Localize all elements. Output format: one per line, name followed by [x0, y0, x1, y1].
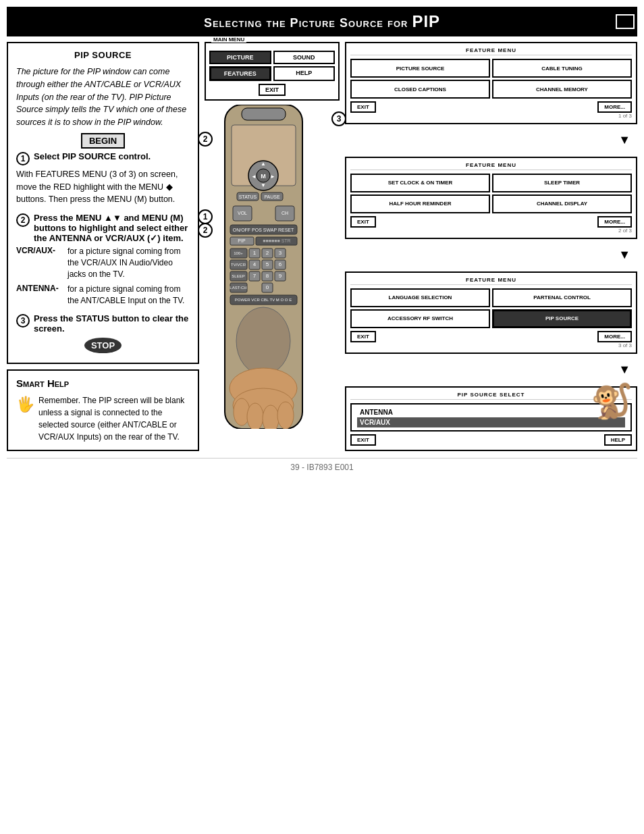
fm2-page-indicator: 2 of 3 — [350, 228, 632, 234]
smart-help-title: Smart Help — [16, 377, 190, 389]
main-content: PIP SOURCE The picture for the PIP windo… — [7, 42, 637, 451]
smart-help-box: Smart Help 🖐 Remember. The PIP screen wi… — [7, 369, 199, 451]
corner-decoration — [616, 14, 635, 29]
fm1-more-btn[interactable]: MORE... — [597, 101, 632, 113]
fm3-btn-parental[interactable]: PARTENAL CONTROL — [492, 288, 632, 307]
step-1-label: Select PIP SOURCE control. — [34, 151, 151, 161]
remote-svg: M ▲ ▼ ◄ ► STATUS PAUSE VOL — [205, 105, 323, 429]
feature-menu-1-title: FEATURE MENU — [350, 47, 632, 55]
fm1-exit-btn[interactable]: EXIT — [350, 101, 376, 113]
svg-point-54 — [236, 307, 290, 375]
step-3-circle: 3 — [16, 314, 30, 328]
fm3-exit-btn[interactable]: EXIT — [350, 331, 376, 342]
menus-column: FEATURE MENU PICTURE SOURCE CABLE TUNING… — [345, 42, 637, 451]
fm1-btn-closed-captions[interactable]: CLOSED CAPTIONS — [350, 80, 490, 99]
fm2-btn-sleep-timer[interactable]: SLEEP TIMER — [492, 174, 632, 192]
section-title: PIP SOURCE — [16, 50, 190, 60]
step-3-label: Press the STATUS button to clear the scr… — [34, 313, 190, 334]
step-1-body: With FEATURES MENU (3 of 3) on screen, m… — [16, 168, 190, 206]
feature-menu-2-title: FEATURE MENU — [350, 162, 632, 170]
svg-text:POWER  VCR  CBL  TV    M O O E: POWER VCR CBL TV M O O E — [235, 298, 292, 302]
feature-menu-3-title: FEATURE MENU — [350, 277, 632, 285]
source-select-box: ANTENNA VCR/AUX — [350, 403, 632, 432]
fm1-btn-cable-tuning[interactable]: CABLE TUNING — [492, 59, 632, 78]
fm2-btn-half-hour[interactable]: HALF HOUR REMINDER — [350, 194, 490, 213]
svg-text:CH: CH — [281, 211, 288, 215]
svg-text:■■■■■■ STR: ■■■■■■ STR — [263, 238, 290, 243]
feature-menu-2-grid: SET CLOCK & ON TIMER SLEEP TIMER HALF HO… — [350, 174, 632, 213]
help-icon: 🖐 — [16, 393, 34, 443]
svg-point-59 — [263, 405, 279, 429]
stop-button-area: STOP — [16, 340, 190, 350]
term-antenna-label: ANTENNA- — [16, 284, 62, 307]
source-item-antenna[interactable]: ANTENNA — [357, 407, 625, 417]
stop-label: STOP — [84, 338, 122, 353]
begin-label: BEGIN — [81, 133, 125, 149]
fm3-btn-rf-switch[interactable]: ACCESSORY RF SWITCH — [350, 309, 490, 328]
pip-source-bottom-row: EXIT HELP — [350, 434, 632, 446]
instructions-box: PIP SOURCE The picture for the PIP windo… — [7, 42, 199, 364]
svg-text:SLEEP: SLEEP — [232, 274, 244, 278]
step-badge-1: 1 — [198, 209, 213, 224]
menu-btn-help[interactable]: HELP — [273, 66, 336, 81]
svg-text:7: 7 — [253, 273, 257, 279]
source-item-vcr-aux[interactable]: VCR/AUX — [357, 417, 625, 427]
right-column: MAIN MENU PICTURE SOUND FEATURES HELP EX… — [205, 42, 637, 451]
menu-btn-features[interactable]: FEATURES — [209, 66, 271, 81]
fm1-btn-channel-memory[interactable]: CHANNEL MEMORY — [492, 80, 632, 99]
smart-help-text: Remember. The PIP screen will be blank u… — [38, 394, 190, 443]
svg-text:►: ► — [270, 174, 275, 180]
feature-menu-3: FEATURE MENU LANGUAGE SELECTION PARTENAL… — [345, 271, 637, 354]
smart-help-content: 🖐 Remember. The PIP screen will be blank… — [16, 394, 190, 443]
svg-text:3: 3 — [279, 250, 282, 256]
fm3-bottom-row: EXIT MORE... — [350, 331, 632, 342]
pip-source-select-menu: 🐒 PIP SOURCE SELECT ANTENNA VCR/AUX EXIT… — [345, 386, 637, 451]
term-vcr-row: VCR/AUX- for a picture signal coming fro… — [16, 246, 190, 280]
fm3-more-btn[interactable]: MORE... — [597, 331, 632, 342]
fm1-btn-picture-source[interactable]: PICTURE SOURCE — [350, 59, 490, 78]
feature-menu-1-grid: PICTURE SOURCE CABLE TUNING CLOSED CAPTI… — [350, 59, 632, 99]
step-2-circle: 2 — [16, 213, 30, 227]
step-2: 2 Press the MENU ▲▼ and MENU (M) buttons… — [16, 213, 190, 307]
fm3-btn-pip-source[interactable]: PIP SOURCE — [492, 309, 632, 328]
feature-menu-3-grid: LANGUAGE SELECTION PARTENAL CONTROL ACCE… — [350, 288, 632, 328]
fm2-bottom-row: EXIT MORE... — [350, 216, 632, 228]
step-3-header: 3 Press the STATUS button to clear the s… — [16, 313, 190, 334]
arrow-3: ▼ — [345, 363, 637, 377]
svg-point-58 — [247, 403, 263, 429]
fm1-bottom-row: EXIT MORE... — [350, 101, 632, 113]
page-wrapper: Selecting the Picture Source for PIP PIP… — [0, 0, 644, 834]
svg-text:▼: ▼ — [261, 182, 266, 188]
svg-text:4: 4 — [253, 261, 257, 267]
term-antenna-row: ANTENNA- for a picture signal coming fro… — [16, 284, 190, 307]
svg-text:8: 8 — [266, 273, 269, 279]
svg-text:M: M — [261, 173, 266, 180]
fm3-btn-language[interactable]: LANGUAGE SELECTION — [350, 288, 490, 307]
arrow-2: ▼ — [345, 248, 637, 262]
step-1-header: 1 Select PIP SOURCE control. — [16, 151, 190, 165]
fm2-btn-set-clock[interactable]: SET CLOCK & ON TIMER — [350, 174, 490, 192]
svg-text:6: 6 — [279, 261, 282, 267]
fm2-more-btn[interactable]: MORE... — [597, 216, 632, 228]
main-menu-overlay: MAIN MENU PICTURE SOUND FEATURES HELP EX… — [205, 42, 340, 101]
fm2-exit-btn[interactable]: EXIT — [350, 216, 376, 228]
svg-text:PAUSE: PAUSE — [264, 194, 280, 199]
fm2-btn-channel-display[interactable]: CHANNEL DISPLAY — [492, 194, 632, 213]
pip-source-title: PIP SOURCE SELECT — [350, 392, 632, 400]
svg-text:100+: 100+ — [234, 251, 243, 255]
step-badge-3: 3 — [331, 111, 346, 126]
main-menu-exit-btn[interactable]: EXIT — [259, 84, 286, 96]
step-badge-2-bottom: 2 — [198, 223, 213, 238]
step-3: 3 Press the STATUS button to clear the s… — [16, 313, 190, 334]
menu-btn-picture[interactable]: PICTURE — [209, 51, 271, 64]
step-1: 1 Select PIP SOURCE control. With FEATUR… — [16, 151, 190, 206]
begin-button-area: BEGIN — [16, 136, 190, 146]
menu-btn-sound[interactable]: SOUND — [273, 51, 336, 64]
term-vcr-desc: for a picture signal coming from the VCR… — [68, 246, 190, 280]
title-bar: Selecting the Picture Source for PIP — [7, 7, 637, 36]
pip-source-exit-btn[interactable]: EXIT — [350, 434, 376, 446]
term-vcr-label: VCR/AUX- — [16, 246, 62, 280]
pip-source-help-btn[interactable]: HELP — [604, 434, 632, 446]
remote-illustration: 2 1 2 3 M — [205, 105, 340, 431]
fm1-page-indicator: 1 of 3 — [350, 113, 632, 119]
